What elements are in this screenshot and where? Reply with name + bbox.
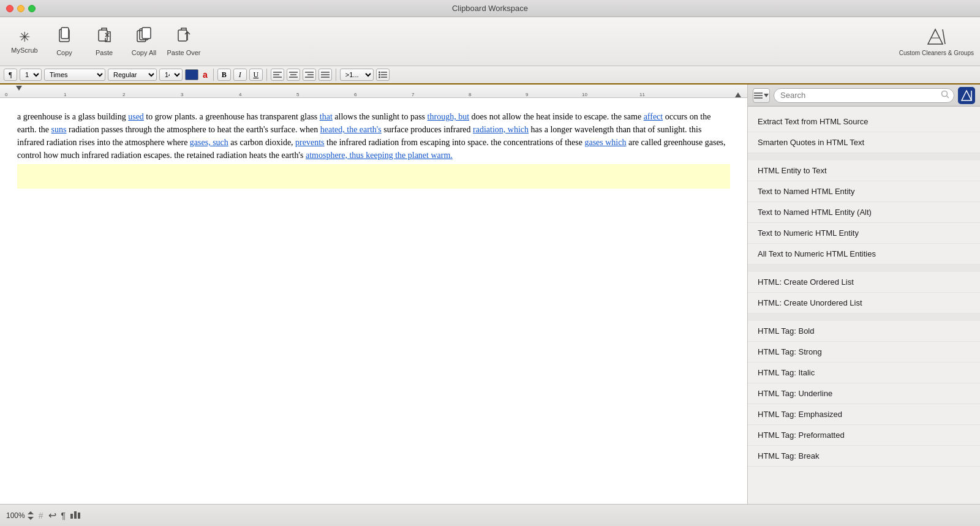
panel-item-html-entity-to-text[interactable]: HTML Entity to Text bbox=[748, 160, 980, 181]
copy-button[interactable]: Copy bbox=[46, 21, 83, 61]
svg-rect-42 bbox=[74, 511, 77, 519]
align-left-button[interactable] bbox=[271, 69, 284, 81]
panel-item-text-to-named-html[interactable]: Text to Named HTML Entity bbox=[748, 181, 980, 202]
panel-item-text-to-named-html-alt[interactable]: Text to Named HTML Entity (Alt) bbox=[748, 202, 980, 223]
svg-rect-8 bbox=[178, 30, 187, 41]
link-through-but[interactable]: through, but bbox=[428, 112, 469, 121]
myscrub-button[interactable]: ✳ MyScrub bbox=[6, 21, 43, 61]
font-family-select[interactable]: Times bbox=[44, 69, 105, 81]
format-bar: ¶ 1 Times Regular 14 a B I U >1... bbox=[0, 66, 980, 85]
editor-area[interactable]: 0 1 2 3 4 5 6 7 8 9 10 11 a greenhouse i… bbox=[0, 85, 747, 504]
toolbar: ✳ MyScrub Copy Paste bbox=[0, 17, 980, 66]
panel-item-html-tag-break[interactable]: HTML Tag: Break bbox=[748, 446, 980, 467]
svg-marker-39 bbox=[28, 511, 34, 514]
copy-all-button[interactable]: Copy All bbox=[126, 21, 162, 61]
font-size-select[interactable]: 14 bbox=[159, 69, 183, 81]
link-heated-earths[interactable]: heated, the earth's bbox=[320, 125, 382, 134]
ruler-left-indent[interactable] bbox=[16, 86, 22, 91]
panel-item-html-tag-underline[interactable]: HTML Tag: Underline bbox=[748, 383, 980, 404]
paragraph-1: a greenhouse is a glass building used to… bbox=[17, 110, 730, 162]
copy-all-label: Copy All bbox=[132, 49, 156, 56]
svg-marker-10 bbox=[928, 29, 943, 44]
maximize-button[interactable] bbox=[28, 5, 36, 12]
link-gases-which[interactable]: gases which bbox=[584, 138, 626, 147]
panel-group-gap-1 bbox=[748, 153, 980, 160]
paste-button[interactable]: Paste bbox=[86, 21, 123, 61]
ruler: 0 1 2 3 4 5 6 7 8 9 10 11 bbox=[0, 85, 747, 98]
zoom-value: 100% bbox=[6, 511, 25, 520]
svg-point-27 bbox=[379, 74, 380, 76]
pilcrow-button[interactable]: ¶ bbox=[61, 511, 66, 520]
link-used[interactable]: used bbox=[128, 112, 144, 121]
panel-list: Extract Text from HTML Source Smarten Qu… bbox=[748, 107, 980, 504]
search-wrapper bbox=[774, 88, 954, 103]
link-that[interactable]: that bbox=[320, 112, 333, 121]
underline-button[interactable]: U bbox=[249, 69, 263, 81]
svg-marker-34 bbox=[764, 94, 769, 97]
search-icon[interactable] bbox=[941, 90, 949, 100]
link-gases-such[interactable]: gases, such bbox=[190, 138, 228, 147]
copy-icon bbox=[56, 27, 73, 48]
paste-over-button[interactable]: Paste Over bbox=[165, 21, 202, 61]
close-button[interactable] bbox=[6, 5, 13, 12]
align-right-button[interactable] bbox=[303, 69, 316, 81]
panel-menu-button[interactable] bbox=[753, 88, 770, 103]
align-center-button[interactable] bbox=[287, 69, 300, 81]
panel-item-html-tag-strong[interactable]: HTML Tag: Strong bbox=[748, 342, 980, 363]
panel-item-html-ordered-list[interactable]: HTML: Create Ordered List bbox=[748, 272, 980, 293]
panel-item-text-to-numeric-html[interactable]: Text to Numeric HTML Entity bbox=[748, 223, 980, 244]
paste-over-label: Paste Over bbox=[167, 49, 200, 56]
panel-item-all-text-numeric[interactable]: All Text to Numeric HTML Entities bbox=[748, 244, 980, 265]
paragraph-marker-btn[interactable]: ¶ bbox=[4, 69, 17, 81]
italic-button[interactable]: I bbox=[233, 69, 247, 81]
svg-rect-7 bbox=[142, 28, 151, 39]
minimize-button[interactable] bbox=[17, 5, 24, 12]
copy-all-icon bbox=[135, 27, 153, 48]
svg-point-29 bbox=[379, 77, 380, 78]
color-swatch[interactable] bbox=[185, 69, 198, 80]
link-prevents[interactable]: prevents bbox=[295, 138, 324, 147]
zoom-control[interactable]: 100% bbox=[6, 511, 34, 520]
svg-rect-43 bbox=[78, 513, 80, 519]
panel-item-smarten-quotes[interactable]: Smarten Quotes in HTML Text bbox=[748, 132, 980, 153]
svg-marker-40 bbox=[28, 517, 34, 520]
panel-item-html-tag-bold[interactable]: HTML Tag: Bold bbox=[748, 321, 980, 342]
divider-3 bbox=[336, 69, 336, 81]
svg-rect-2 bbox=[99, 30, 107, 41]
status-bar: 100% # ↩ ¶ bbox=[0, 504, 980, 526]
link-suns[interactable]: suns bbox=[51, 125, 67, 134]
paste-label: Paste bbox=[96, 49, 113, 56]
font-color-a[interactable]: a bbox=[201, 70, 209, 80]
link-atmosphere-warm[interactable]: atmosphere, thus keeping the planet warm… bbox=[306, 151, 453, 160]
panel-item-html-tag-emphasized[interactable]: HTML Tag: Emphasized bbox=[748, 404, 980, 425]
bold-button[interactable]: B bbox=[217, 69, 231, 81]
svg-line-36 bbox=[947, 96, 949, 99]
panel-item-extract-html[interactable]: Extract Text from HTML Source bbox=[748, 111, 980, 132]
status-hash[interactable]: # bbox=[39, 511, 43, 520]
align-justify-button[interactable] bbox=[318, 69, 332, 81]
paragraph-2 bbox=[17, 164, 730, 189]
font-style-select[interactable]: Regular bbox=[108, 69, 157, 81]
divider-2 bbox=[266, 69, 267, 81]
list-icon-button[interactable] bbox=[376, 69, 390, 81]
custom-cleaners-button[interactable]: Custom Cleaners & Groups bbox=[899, 27, 974, 56]
panel-item-html-tag-italic[interactable]: HTML Tag: Italic bbox=[748, 363, 980, 383]
svg-rect-1 bbox=[61, 28, 69, 39]
link-affect[interactable]: affect bbox=[644, 112, 663, 121]
svg-line-11 bbox=[943, 29, 945, 44]
ruler-right-indent[interactable] bbox=[735, 92, 741, 97]
chart-button[interactable] bbox=[70, 510, 80, 520]
list-options-select[interactable]: >1... bbox=[340, 69, 374, 81]
undo-button[interactable]: ↩ bbox=[48, 509, 56, 521]
search-input[interactable] bbox=[774, 88, 954, 103]
link-radiation-which[interactable]: radiation, which bbox=[473, 125, 529, 134]
panel-item-html-tag-preformatted[interactable]: HTML Tag: Preformatted bbox=[748, 425, 980, 446]
panel-item-html-unordered-list[interactable]: HTML: Create Unordered List bbox=[748, 293, 980, 314]
panel-group-gap-2 bbox=[748, 265, 980, 272]
document-content[interactable]: a greenhouse is a glass building used to… bbox=[0, 98, 747, 201]
svg-marker-37 bbox=[962, 91, 971, 100]
paste-over-icon bbox=[175, 27, 192, 48]
format-number-select[interactable]: 1 bbox=[20, 69, 42, 81]
panel-header bbox=[748, 85, 980, 107]
panel-app-icon bbox=[958, 87, 975, 104]
